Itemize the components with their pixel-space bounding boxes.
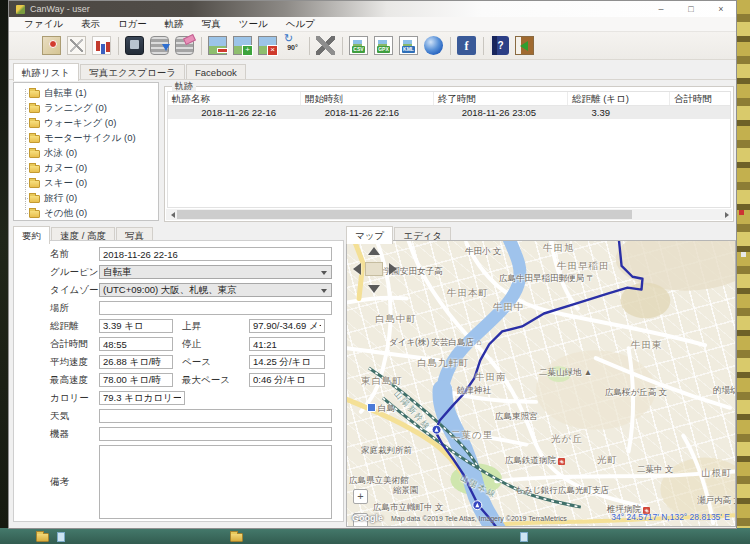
exit-button[interactable]: [512, 34, 537, 58]
google-watermark: Google: [352, 513, 383, 523]
tab-map[interactable]: マップ: [346, 226, 393, 244]
toolbar-icon: KML: [399, 36, 418, 55]
menu-photo[interactable]: 写真: [193, 18, 230, 31]
tree-item-swimming[interactable]: 水泳 (0): [14, 146, 158, 161]
download-tracks-button[interactable]: [147, 34, 172, 58]
menu-view[interactable]: 表示: [72, 18, 109, 31]
toolbar-icon: [175, 36, 194, 55]
tab-photo-explorer[interactable]: 写真エクスプローラ: [80, 64, 185, 80]
export-gpx-button[interactable]: GPX: [371, 34, 396, 58]
scroll-right-icon[interactable]: [721, 209, 732, 220]
help-button[interactable]: ?: [487, 34, 512, 58]
tree-item-running[interactable]: ランニング (0): [14, 101, 158, 116]
device-field[interactable]: [99, 427, 332, 441]
pan-up-icon[interactable]: [368, 247, 380, 255]
tab-summary[interactable]: 要約: [13, 226, 50, 244]
scroll-left-icon[interactable]: [166, 209, 177, 220]
minimize-button[interactable]: –: [646, 1, 676, 17]
tree-item-canoe[interactable]: カヌー (0): [14, 161, 158, 176]
tree-item-others[interactable]: その他 (0): [14, 206, 158, 221]
zoom-in-button[interactable]: +: [353, 489, 368, 504]
device-button[interactable]: [122, 34, 147, 58]
pan-center[interactable]: [365, 262, 383, 276]
map-tracks-button[interactable]: [64, 34, 89, 58]
photo-add-button[interactable]: [230, 34, 255, 58]
close-button[interactable]: ×: [706, 1, 736, 17]
pan-right-icon[interactable]: [389, 263, 397, 275]
stop-field[interactable]: [249, 337, 325, 351]
tree-item-ski[interactable]: スキー (0): [14, 176, 158, 191]
photo-delete-button[interactable]: [255, 34, 280, 58]
grouping-select[interactable]: 自転車: [99, 265, 332, 279]
timezone-select[interactable]: (UTC+09:00) 大阪、札幌、東京: [99, 283, 332, 297]
column-header[interactable]: 開始時刻: [301, 92, 434, 105]
facebook-button[interactable]: f: [454, 34, 479, 58]
track-row[interactable]: 2018-11-26 22-162018-11-26 22:162018-11-…: [168, 106, 730, 119]
map-label: 広島東照宮: [495, 412, 538, 421]
map-attribution: Map data ©2019 Tele Atlas, Imagery ©2019…: [391, 515, 567, 522]
max-speed-label: 最高速度: [50, 374, 99, 387]
menu-tools[interactable]: ツール: [230, 18, 277, 31]
titlebar: CanWay - user – □ ×: [9, 1, 736, 17]
statistics-button[interactable]: [89, 34, 114, 58]
desktop-bottom-strip: [0, 528, 750, 544]
settings-button[interactable]: [313, 34, 338, 58]
pan-left-icon[interactable]: [353, 263, 361, 275]
calories-field[interactable]: [99, 391, 185, 405]
app-icon: [16, 5, 25, 14]
tree-item-travel[interactable]: 旅行 (0): [14, 191, 158, 206]
map-label: 白島: [367, 403, 395, 413]
export-csv-button[interactable]: CSV: [346, 34, 371, 58]
google-earth-button[interactable]: [421, 34, 446, 58]
desktop-file-icon[interactable]: [57, 532, 65, 542]
distance-field[interactable]: [99, 319, 173, 333]
column-header[interactable]: 総距離 (キロ): [568, 92, 670, 105]
scrollbar-thumb[interactable]: [177, 210, 632, 219]
menu-track[interactable]: 軌跡: [156, 18, 193, 31]
canway-window: CanWay - user – □ × ファイル表示ロガー軌跡写真ツールヘルプ: [8, 0, 737, 529]
open-track-button[interactable]: [39, 34, 64, 58]
desktop-folder-icon[interactable]: [230, 533, 243, 542]
toolbar-icon: [42, 36, 61, 55]
pan-down-icon[interactable]: [368, 285, 380, 293]
export-kml-button[interactable]: KML: [396, 34, 421, 58]
menu-file[interactable]: ファイル: [15, 18, 72, 31]
map-label: 東白島町: [361, 376, 403, 385]
tree-item-motorcycle[interactable]: モーターサイクル (0): [14, 131, 158, 146]
weather-field[interactable]: [99, 409, 332, 423]
tab-facebook[interactable]: Facebook: [186, 64, 246, 80]
tab-track-list[interactable]: 軌跡リスト: [13, 63, 79, 81]
ascent-field[interactable]: [249, 319, 325, 333]
column-header[interactable]: 軌跡名称: [168, 92, 301, 105]
avg-speed-field[interactable]: [99, 355, 173, 369]
desktop-file-icon[interactable]: [520, 532, 528, 542]
erase-device-button[interactable]: [172, 34, 197, 58]
desktop-folder-icon[interactable]: [36, 533, 49, 542]
map-view[interactable]: 牛田小 文牛田旭学園安田女子高牛田早稲田広島牛田早稲田郵便局 〒牛田本町牛田中白…: [346, 240, 736, 527]
menu-logger[interactable]: ロガー: [109, 18, 156, 31]
tree-item-walking[interactable]: ウォーキング (0): [14, 116, 158, 131]
map-label: 白島中町: [375, 314, 417, 323]
map-label: 光町: [597, 455, 618, 464]
photo-remove-button[interactable]: [205, 34, 230, 58]
desktop-left-strip: [0, 0, 8, 528]
map-label: もみじ銀行広島光町支店: [515, 486, 609, 495]
column-header[interactable]: 終了時間: [434, 92, 568, 105]
name-field[interactable]: [99, 247, 332, 261]
device-label: 機器: [50, 428, 99, 441]
max-speed-field[interactable]: [99, 373, 173, 387]
remarks-field[interactable]: [99, 445, 332, 519]
total-time-field[interactable]: [99, 337, 173, 351]
map-label: 牛田中: [493, 302, 525, 311]
track-table-header: 軌跡名称開始時刻終了時間総距離 (キロ)合計時間: [168, 92, 730, 106]
location-field[interactable]: [99, 301, 332, 315]
column-header[interactable]: 合計時間: [670, 92, 731, 105]
folder-icon: [29, 150, 40, 158]
rotate-photo-button[interactable]: 90°: [280, 34, 305, 58]
pace-field[interactable]: [249, 355, 325, 369]
tree-item-bicycle[interactable]: 自転車 (1): [14, 86, 158, 101]
toolbar-icon: [125, 36, 144, 55]
maximize-button[interactable]: □: [676, 1, 706, 17]
menu-help[interactable]: ヘルプ: [277, 18, 324, 31]
max-pace-field[interactable]: [249, 373, 325, 387]
